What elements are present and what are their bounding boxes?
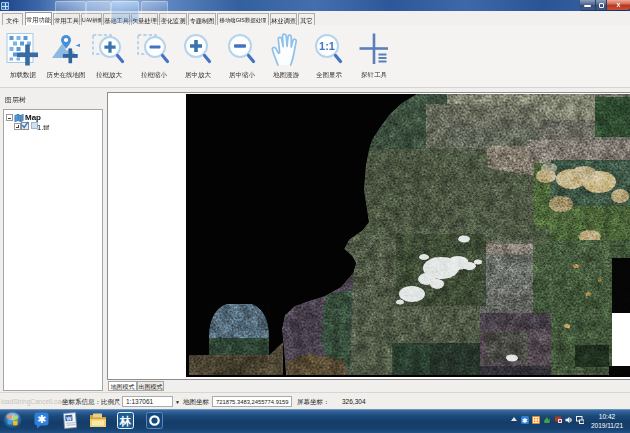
svg-text:1:1: 1:1: [319, 40, 335, 52]
svg-text:✱: ✱: [522, 417, 528, 424]
svg-text:✱: ✱: [37, 413, 46, 425]
svg-text:林: 林: [119, 415, 132, 427]
